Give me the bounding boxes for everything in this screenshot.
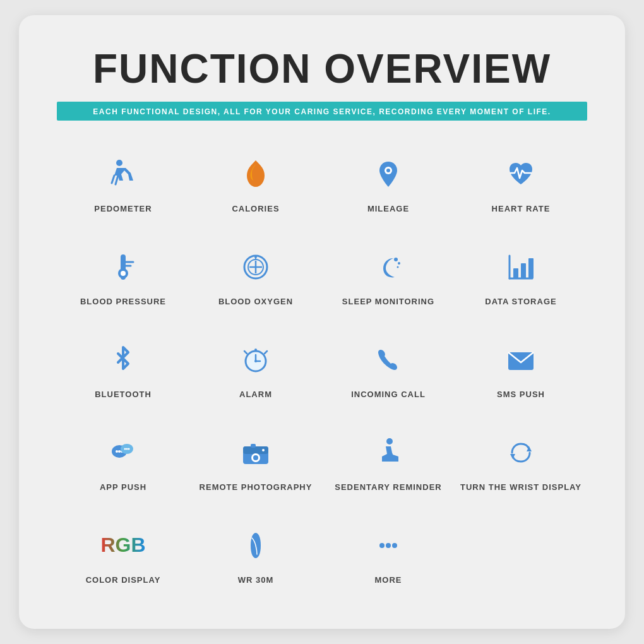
turn-wrist-icon [499,431,543,475]
color-display-icon: RGB [101,523,145,568]
svg-point-14 [394,258,398,261]
app-push-icon [101,431,145,475]
svg-point-0 [116,160,122,166]
feature-pedometer: PEDOMETER [57,146,189,220]
sleep-monitoring-icon [366,245,410,289]
header: FUNCTION OVERVIEW EACH FUNCTIONAL DESIGN… [57,47,587,145]
svg-point-32 [116,450,118,453]
feature-sleep-monitoring: SLEEP MONITORING [322,239,455,313]
svg-point-42 [253,455,258,460]
svg-point-38 [128,448,130,450]
feature-alarm: ALARM [189,331,322,405]
heart-rate-label: HEART RATE [492,204,551,213]
feature-calories: CALORIES [189,146,322,220]
data-storage-icon [499,245,543,289]
mileage-label: MILEAGE [367,204,409,213]
heart-rate-icon [499,152,543,196]
feature-blood-oxygen: BLOOD OXYGEN [189,239,322,313]
app-push-label: APP PUSH [100,482,146,492]
svg-point-37 [126,448,128,450]
feature-blood-pressure: BLOOD PRESSURE [57,239,189,313]
svg-point-48 [379,543,385,548]
feature-heart-rate: HEART RATE [455,146,587,220]
svg-point-5 [121,271,126,276]
sms-push-icon [499,338,543,382]
svg-rect-43 [251,444,256,448]
color-display-label: COLOR DISPLAY [86,575,161,585]
turn-wrist-label: TURN THE WRIST DISPLAY [460,482,581,492]
sleep-monitoring-label: SLEEP MONITORING [342,297,434,306]
svg-rect-21 [528,258,534,278]
svg-point-45 [386,438,393,444]
blood-oxygen-label: BLOOD OXYGEN [218,297,293,306]
svg-rect-20 [521,263,526,278]
feature-bluetooth: BLUETOOTH [57,331,189,405]
svg-point-16 [397,266,399,268]
pedometer-label: PEDOMETER [94,204,152,213]
bluetooth-icon [101,338,145,382]
calories-icon [234,152,278,196]
subtitle-text: EACH FUNCTIONAL DESIGN, ALL FOR YOUR CAR… [93,107,551,116]
sms-push-label: SMS PUSH [497,390,545,399]
page-title: FUNCTION OVERVIEW [57,47,587,91]
feature-more: MORE [322,517,455,591]
pedometer-icon [101,152,145,196]
feature-app-push: APP PUSH [57,424,189,498]
more-icon [366,523,410,568]
feature-turn-wrist: TURN THE WRIST DISPLAY [455,424,587,498]
feature-incoming-call: INCOMING CALL [322,331,455,405]
svg-point-11 [254,256,257,258]
sedentary-reminder-icon [366,431,410,475]
svg-line-27 [244,351,247,354]
blood-oxygen-icon [234,245,278,289]
calories-label: CALORIES [232,204,279,213]
svg-point-44 [262,449,265,451]
rgb-text: RGB [100,534,145,557]
feature-sedentary-reminder: SEDENTARY REMINDER [322,424,455,498]
remote-photography-icon [234,431,278,475]
blood-pressure-icon [101,245,145,289]
feature-sms-push: SMS PUSH [455,331,587,405]
svg-point-2 [386,169,390,172]
feature-data-storage: DATA STORAGE [455,239,587,313]
sedentary-reminder-label: SEDENTARY REMINDER [335,482,441,492]
bluetooth-label: BLUETOOTH [95,390,152,399]
wr30m-icon [234,523,278,568]
blood-pressure-label: BLOOD PRESSURE [80,297,166,306]
svg-point-33 [118,450,121,453]
more-label: MORE [375,575,402,585]
feature-mileage: MILEAGE [322,146,455,220]
svg-rect-19 [513,268,518,278]
svg-point-36 [124,448,126,450]
alarm-icon [234,338,278,382]
svg-point-29 [254,349,257,351]
svg-point-49 [386,543,391,548]
svg-point-50 [392,543,397,548]
main-card: FUNCTION OVERVIEW EACH FUNCTIONAL DESIGN… [19,15,625,628]
incoming-call-icon [366,338,410,382]
svg-line-28 [265,351,267,354]
svg-point-15 [398,262,400,265]
feature-wr30m: WR 30M [189,517,322,591]
mileage-icon [366,152,410,196]
subtitle-bar: EACH FUNCTIONAL DESIGN, ALL FOR YOUR CAR… [57,102,587,121]
feature-color-display: RGB COLOR DISPLAY [57,517,189,591]
alarm-label: ALARM [239,390,272,399]
wr30m-label: WR 30M [238,575,274,585]
feature-remote-photography: REMOTE PHOTOGRAPHY [189,424,322,498]
incoming-call-label: INCOMING CALL [351,390,426,399]
data-storage-label: DATA STORAGE [485,297,556,306]
remote-photography-label: REMOTE PHOTOGRAPHY [200,482,313,492]
features-grid: PEDOMETER CALORIES MILEAGE [57,146,587,591]
